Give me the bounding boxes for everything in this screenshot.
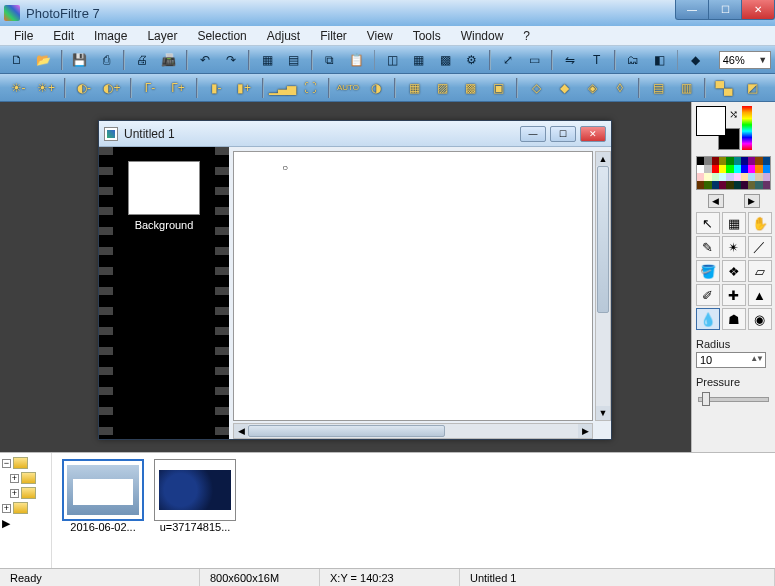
wand-tool[interactable]: ✴ (722, 236, 746, 258)
layer-thumbnail[interactable] (128, 161, 200, 215)
contrast-minus-button[interactable]: ◐- (72, 77, 96, 99)
gamma-minus-button[interactable]: Γ- (138, 77, 162, 99)
saturation-plus-button[interactable]: ▮+ (232, 77, 256, 99)
soften-button[interactable]: ▦ (402, 77, 426, 99)
menu-help[interactable]: ? (513, 27, 540, 45)
text-button[interactable]: T (586, 49, 608, 71)
menu-view[interactable]: View (357, 27, 403, 45)
contrast-plus-button[interactable]: ◐+ (100, 77, 124, 99)
variation2-button[interactable]: ◆ (552, 77, 576, 99)
hand-tool[interactable]: ✋ (748, 212, 772, 234)
color-swatch[interactable] (719, 157, 726, 165)
scroll-right-button[interactable]: ▶ (578, 424, 592, 438)
color-swatch[interactable] (741, 173, 748, 181)
reinforce-button[interactable]: ▣ (486, 77, 510, 99)
color-swatch[interactable] (734, 173, 741, 181)
color-swatch[interactable] (763, 173, 770, 181)
pressure-slider[interactable] (696, 391, 771, 405)
tree-node[interactable]: + (2, 502, 49, 514)
saturation-minus-button[interactable]: ▮- (204, 77, 228, 99)
scroll-left-button[interactable]: ◀ (234, 424, 248, 438)
doc-close-button[interactable]: ✕ (580, 126, 606, 142)
color-swatch[interactable] (734, 181, 741, 189)
undo-button[interactable]: ↶ (194, 49, 216, 71)
color-swatch[interactable] (704, 181, 711, 189)
color-swatch[interactable] (726, 165, 733, 173)
menu-tools[interactable]: Tools (403, 27, 451, 45)
sharpen-button[interactable]: ▩ (458, 77, 482, 99)
menu-selection[interactable]: Selection (187, 27, 256, 45)
tree-node[interactable]: − (2, 457, 49, 469)
scroll-thumb[interactable] (597, 166, 609, 313)
document-window[interactable]: Untitled 1 — ☐ ✕ Background ▲ (98, 120, 612, 440)
color-swatch[interactable] (726, 157, 733, 165)
color-swatch[interactable] (712, 173, 719, 181)
menu-edit[interactable]: Edit (43, 27, 84, 45)
auto-contrast-button[interactable]: ◑ (364, 77, 388, 99)
flip-h-button[interactable]: ⇋ (559, 49, 581, 71)
selection-show-button[interactable]: ◫ (381, 49, 403, 71)
stamp-tool[interactable]: ▲ (748, 284, 772, 306)
palette-prev-button[interactable]: ◀ (708, 194, 724, 208)
fill-tool[interactable]: 🪣 (696, 260, 720, 282)
color-swatch[interactable] (741, 157, 748, 165)
color-swatch[interactable] (734, 157, 741, 165)
color-swatch[interactable] (748, 157, 755, 165)
open-button[interactable]: 📂 (32, 49, 54, 71)
color-swatch[interactable] (697, 181, 704, 189)
scan-button[interactable]: 📠 (157, 49, 179, 71)
color-swatch[interactable] (755, 157, 762, 165)
palette-next-button[interactable]: ▶ (744, 194, 760, 208)
color-swatch[interactable] (704, 157, 711, 165)
plugins-button[interactable]: ◆ (684, 49, 706, 71)
menu-layer[interactable]: Layer (137, 27, 187, 45)
window-maximize-button[interactable]: ☐ (708, 0, 742, 20)
color-swatch[interactable] (719, 173, 726, 181)
rgb-button[interactable]: ▦ (256, 49, 278, 71)
color-swatch[interactable] (763, 157, 770, 165)
color-swatch[interactable] (712, 181, 719, 189)
foreground-color[interactable] (696, 106, 726, 136)
variation1-button[interactable]: ◇ (524, 77, 548, 99)
color-swatch[interactable] (726, 173, 733, 181)
gamma-plus-button[interactable]: Γ+ (166, 77, 190, 99)
scroll-up-button[interactable]: ▲ (596, 152, 610, 166)
save-all-button[interactable]: ⎙ (95, 49, 117, 71)
advbrush-tool[interactable]: ✚ (722, 284, 746, 306)
foreground-background-colors[interactable]: ⤭ (696, 106, 740, 150)
canvas-size-button[interactable]: ▭ (523, 49, 545, 71)
grid-button[interactable]: ▦ (408, 49, 430, 71)
brush-tool[interactable]: ✐ (696, 284, 720, 306)
color-swatch[interactable] (704, 165, 711, 173)
menu-adjust[interactable]: Adjust (257, 27, 310, 45)
redo-button[interactable]: ↷ (220, 49, 242, 71)
doc-maximize-button[interactable]: ☐ (550, 126, 576, 142)
copy-button[interactable]: ⧉ (319, 49, 341, 71)
color-swatch[interactable] (704, 173, 711, 181)
color-swatch[interactable] (697, 165, 704, 173)
slider-knob[interactable] (702, 392, 710, 406)
auto-levels-button[interactable]: AUTO (336, 77, 360, 99)
retouch-tool[interactable]: ◉ (748, 308, 772, 330)
transparency-button[interactable]: ▩ (434, 49, 456, 71)
document-titlebar[interactable]: Untitled 1 — ☐ ✕ (99, 121, 611, 147)
color-swatch[interactable] (748, 181, 755, 189)
window-close-button[interactable]: ✕ (741, 0, 775, 20)
thumbnail-item[interactable]: 2016-06-02... (62, 459, 144, 533)
menu-image[interactable]: Image (84, 27, 137, 45)
new-button[interactable]: 🗋 (6, 49, 28, 71)
levels-button[interactable]: ⛶ (298, 77, 322, 99)
menu-file[interactable]: File (4, 27, 43, 45)
color-swatch[interactable] (712, 157, 719, 165)
brightness-plus-button[interactable]: ☀+ (34, 77, 58, 99)
color-swatch[interactable] (748, 173, 755, 181)
color-swatch[interactable] (712, 165, 719, 173)
doc-minimize-button[interactable]: — (520, 126, 546, 142)
scroll-thumb[interactable] (248, 425, 445, 437)
save-button[interactable]: 💾 (69, 49, 91, 71)
image-size-button[interactable]: ⤢ (497, 49, 519, 71)
eyedropper-tool[interactable]: ✎ (696, 236, 720, 258)
print-button[interactable]: 🖨 (131, 49, 153, 71)
indexed-button[interactable]: ▤ (283, 49, 305, 71)
histogram-button[interactable]: ▁▃▅ (270, 77, 294, 99)
